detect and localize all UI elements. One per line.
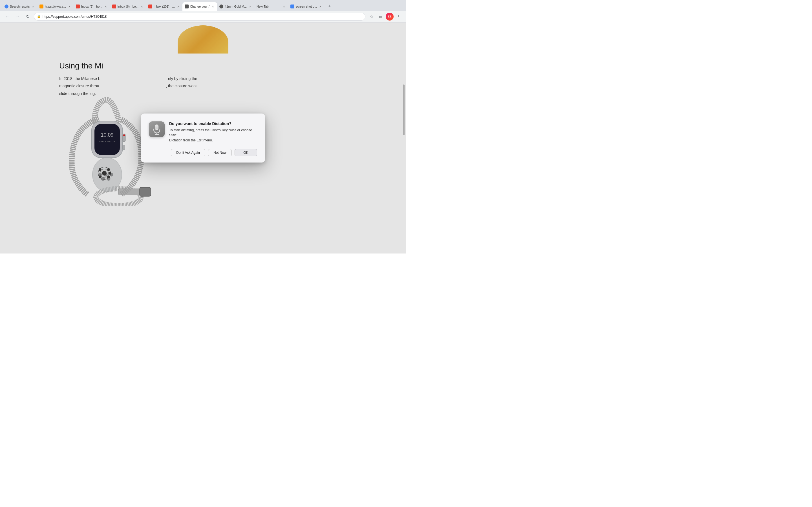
tab-close-search[interactable]: ✕ — [31, 4, 35, 8]
dialog-message: To start dictating, press the Control ke… — [169, 128, 257, 143]
tab-label-inbox3: Inbox (201) - ... — [154, 5, 175, 8]
tab-close-41mm[interactable]: ✕ — [248, 4, 252, 8]
tab-inbox2[interactable]: Inbox (6) - bo... ✕ — [110, 2, 146, 11]
sidebar-button[interactable]: ▭ — [377, 13, 385, 20]
tab-close-inbox3[interactable]: ✕ — [176, 4, 180, 8]
modal-overlay: Do you want to enable Dictation? To star… — [0, 22, 406, 253]
tab-favicon-search — [4, 4, 8, 8]
lock-icon: 🔒 — [37, 15, 41, 18]
tab-favicon-inbox3 — [148, 4, 152, 8]
tab-favicon-inbox2 — [112, 4, 116, 8]
tab-close-screenshot[interactable]: ✕ — [318, 4, 322, 8]
dialog-buttons: Don't Ask Again Not Now OK — [149, 149, 257, 156]
bookmark-button[interactable]: ☆ — [368, 13, 375, 20]
dialog-text-area: Do you want to enable Dictation? To star… — [169, 121, 257, 143]
address-text: https://support.apple.com/en-us/HT204818 — [43, 15, 362, 18]
tab-close-amazon[interactable]: ✕ — [67, 4, 71, 8]
new-tab-button[interactable]: + — [326, 2, 334, 10]
dialog-header: Do you want to enable Dictation? To star… — [149, 121, 257, 143]
microphone-icon — [153, 124, 161, 135]
dialog-title: Do you want to enable Dictation? — [169, 121, 257, 126]
tab-inbox3[interactable]: Inbox (201) - ... ✕ — [146, 2, 183, 11]
tab-favicon-screenshot — [290, 4, 294, 8]
tab-label-screenshot: screen shot o... — [296, 5, 317, 8]
tab-close-inbox1[interactable]: ✕ — [104, 4, 108, 8]
tab-label-change-your: Change your / — [190, 5, 209, 8]
menu-button[interactable]: ⋮ — [395, 13, 403, 20]
tab-bar: Search results ✕ https://www.a... ✕ Inbo… — [0, 0, 406, 11]
tab-label-new-tab: New Tab — [257, 5, 281, 8]
tab-label-41mm: 41mm Gold M... — [225, 5, 247, 8]
tab-screenshot[interactable]: screen shot o... ✕ — [288, 2, 324, 11]
tab-favicon-apple — [185, 4, 189, 8]
dont-ask-again-button[interactable]: Don't Ask Again — [171, 149, 205, 156]
page-content: Using the Mi In 2018, the Milanese Loop … — [0, 22, 406, 253]
not-now-button[interactable]: Not Now — [208, 149, 232, 156]
address-bar[interactable]: 🔒 https://support.apple.com/en-us/HT2048… — [34, 13, 365, 20]
tab-favicon-41mm — [219, 4, 223, 8]
nav-bar: ← → ↻ 🔒 https://support.apple.com/en-us/… — [0, 11, 406, 22]
tab-close-inbox2[interactable]: ✕ — [140, 4, 144, 8]
tab-inbox1[interactable]: Inbox (6) - bo... ✕ — [73, 2, 110, 11]
tab-label-inbox2: Inbox (6) - bo... — [117, 5, 139, 8]
dictation-dialog: Do you want to enable Dictation? To star… — [141, 114, 265, 163]
tab-amazon[interactable]: https://www.a... ✕ — [37, 2, 73, 11]
tab-41mm-gold[interactable]: 41mm Gold M... ✕ — [217, 2, 254, 11]
tab-favicon-amazon — [40, 4, 43, 8]
tab-close-change-your[interactable]: ✕ — [211, 4, 215, 8]
tab-label-search: Search results — [10, 5, 30, 8]
nav-actions: ☆ ▭ EE ⋮ — [368, 13, 403, 20]
tab-label-inbox1: Inbox (6) - bo... — [81, 5, 102, 8]
reload-button[interactable]: ↻ — [24, 13, 32, 20]
profile-button[interactable]: EE — [386, 13, 394, 20]
tab-search-results[interactable]: Search results ✕ — [2, 2, 37, 11]
tab-favicon-inbox1 — [76, 4, 80, 8]
ok-button[interactable]: OK — [235, 149, 257, 156]
browser-frame: Search results ✕ https://www.a... ✕ Inbo… — [0, 0, 406, 253]
dialog-icon-container — [149, 121, 165, 137]
back-button[interactable]: ← — [3, 13, 11, 20]
forward-button[interactable]: → — [13, 13, 21, 20]
tab-label-amazon: https://www.a... — [45, 5, 66, 8]
tab-close-new-tab[interactable]: ✕ — [282, 4, 286, 8]
tab-new-tab[interactable]: New Tab ✕ — [254, 2, 288, 11]
tab-change-your[interactable]: Change your / ✕ — [183, 2, 217, 11]
